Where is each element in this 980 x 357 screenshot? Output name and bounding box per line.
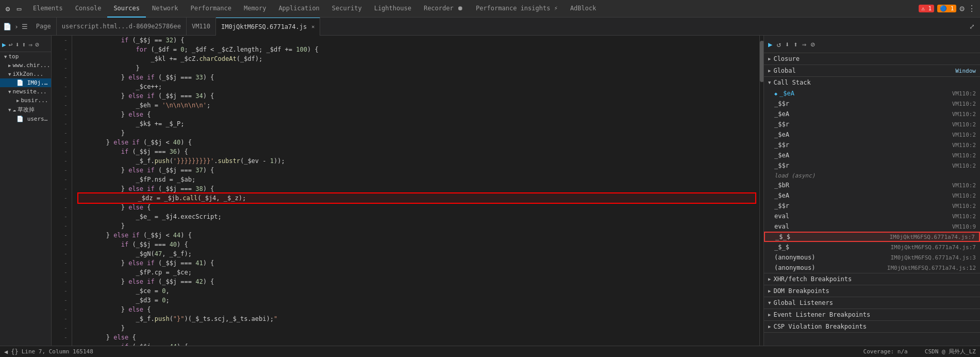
tab-lighthouse[interactable]: Lighthouse — [368, 0, 418, 18]
dock-icon[interactable]: ▭ — [14, 4, 24, 13]
closure-header[interactable]: ▶ Closure — [764, 53, 980, 64]
file-tab-im0j[interactable]: IM0jQktM6FSQ.6771a74.js ✕ — [216, 18, 320, 36]
code-line-28: _$ce = 0, — [76, 286, 755, 296]
debug-refresh-icon[interactable]: ↺ — [776, 40, 780, 48]
tree-item-newsite[interactable]: ▼ newsite... — [0, 87, 51, 96]
tab-application[interactable]: Application — [272, 0, 325, 18]
code-line-5: } else if (_$$j === 33) { — [76, 73, 755, 82]
tab-recorder[interactable]: Recorder ⏺ — [418, 0, 470, 18]
debug-stepover-icon[interactable]: ↩ — [9, 41, 13, 48]
toolbar-left-icons: ⚙ ▭ — [0, 4, 27, 13]
callstack-item-ssr-2[interactable]: _$$r VM110:2 — [764, 119, 980, 129]
callstack-item-seA-4[interactable]: _$eA VM110:2 — [764, 150, 980, 160]
tree-item-wwwchir[interactable]: ▶ www.chir... — [0, 61, 51, 70]
callstack-header[interactable]: ▼ Call Stack — [764, 77, 980, 88]
xhr-breakpoints-section: ▶ XHR/fetch Breakpoints — [764, 273, 980, 285]
callstack-item-anon-1[interactable]: (anonymous) IM0jQktM6FSQ.6771a74.js:3 — [764, 252, 980, 263]
main-tabs: Elements Console Sources Network Perform… — [27, 0, 915, 18]
tree-item-top[interactable]: ▼ top — [0, 52, 51, 61]
tab-security[interactable]: Security — [326, 0, 368, 18]
expand-icon[interactable]: ⤢ — [969, 23, 975, 30]
debug-stepout-icon[interactable]: ⬆ — [22, 41, 26, 48]
tab-memory[interactable]: Memory — [238, 0, 272, 18]
tab-sources[interactable]: Sources — [107, 0, 146, 18]
code-line-2: for (_$df = 0; _$df < _$cZ.length; _$df … — [76, 45, 755, 54]
devtools-icon[interactable]: ⚙ — [3, 4, 12, 13]
callstack-item-ssr-1[interactable]: _$$r VM110:2 — [764, 99, 980, 109]
chevron-right-icon[interactable]: › — [14, 23, 19, 30]
callstack-item-seA-5[interactable]: _$eA VM110:2 — [764, 190, 980, 201]
code-line-21: } — [76, 221, 755, 231]
csp-violation-header[interactable]: ▶ CSP Violation Breakpoints — [764, 321, 980, 332]
tab-performance-insights[interactable]: Performance insights ⚡ — [470, 0, 564, 18]
bottom-braces-icon[interactable]: {} — [11, 348, 18, 355]
debug-stepup-icon[interactable]: ⬆ — [793, 40, 798, 48]
callstack-item-ssr-4[interactable]: _$$r VM110:2 — [764, 160, 980, 171]
callstack-item-seA-3[interactable]: _$eA VM110:2 — [764, 129, 980, 140]
debug-deactivate-icon[interactable]: ⊘ — [35, 41, 39, 48]
event-listener-header[interactable]: ▶ Event Listener Breakpoints — [764, 309, 980, 320]
xhr-arrow-icon: ▶ — [768, 277, 771, 282]
global-header[interactable]: ▶ Global Window — [764, 65, 980, 76]
debug-stepinto-icon[interactable]: ⬇ — [15, 41, 20, 48]
callstack-name-ssr-5: _$$r — [774, 202, 952, 209]
branding-text: CSDN @ 局外人_LZ — [925, 348, 976, 355]
callstack-item-sbR[interactable]: _$bR VM110:2 — [764, 180, 980, 190]
dom-breakpoints-section: ▶ DOM Breakpoints — [764, 285, 980, 297]
file-tab-vm110[interactable]: VM110 — [187, 18, 216, 36]
debug-play-icon[interactable]: ▶ — [768, 40, 772, 48]
debug-stepdown-icon[interactable]: ⬇ — [785, 40, 789, 48]
global-listeners-arrow-icon: ▼ — [768, 300, 771, 305]
debug-forward-icon[interactable]: ⇒ — [802, 40, 806, 48]
bottom-left-icon[interactable]: ◀ — [4, 348, 8, 355]
settings-icon[interactable]: ⚙ — [959, 4, 965, 13]
code-line-19: } else { — [76, 203, 755, 212]
callstack-item-sss-2[interactable]: _$_$ IM0jQktM6FSQ.6771a74.js:7 — [764, 242, 980, 252]
callstack-item-sss-highlighted[interactable]: _$_$ IM0jQktM6FSQ.6771a74.js:7 — [764, 232, 980, 242]
tab-network[interactable]: Network — [146, 0, 185, 18]
tree-wwwchir-label: www.chir... — [12, 62, 50, 69]
callstack-item-ssr-3[interactable]: _$$r VM110:2 — [764, 140, 980, 150]
tab-performance[interactable]: Performance — [185, 0, 238, 18]
debug-deactivate-icon[interactable]: ⊘ — [810, 40, 815, 48]
callstack-name-eval-2: eval — [774, 223, 952, 230]
file-tab-userscript[interactable]: userscript.html...d-8609e25786ee — [57, 18, 187, 36]
tree-item-ixkzon[interactable]: ▼ iXkZon... — [0, 70, 51, 78]
callstack-item-eval-2[interactable]: eval VM110:9 — [764, 221, 980, 232]
callstack-item-seA-2[interactable]: _$eA VM110:2 — [764, 109, 980, 119]
tree-item-busir[interactable]: ▶ busir... — [0, 96, 51, 105]
tree-item-cloud[interactable]: ▼ ☁ 草改掉 — [0, 105, 51, 115]
bottom-bar: ◀ {} Line 7, Column 165148 Coverage: n/a… — [0, 346, 980, 357]
sidebar-toggle-icon[interactable]: ☰ — [22, 23, 28, 30]
callstack-loc-ssr-2: VM110:2 — [952, 121, 976, 128]
code-line-32: } — [76, 323, 755, 333]
tab-console[interactable]: Console — [69, 0, 108, 18]
file-tab-page[interactable]: Page — [31, 18, 57, 36]
callstack-loc-anon-2: IM0jQktM6FSQ.6771a74.js:12 — [887, 265, 976, 271]
dom-breakpoints-header[interactable]: ▶ DOM Breakpoints — [764, 285, 980, 297]
code-line-23: if (_$$j === 40) { — [76, 240, 755, 249]
tree-item-userscr[interactable]: 📄 userscr... — [0, 115, 51, 123]
vertical-scrollbar-track[interactable] — [759, 36, 763, 346]
tree-item-im0j[interactable]: 📄 IM0j... — [0, 78, 51, 87]
callstack-item-ssr-5[interactable]: _$$r VM110:2 — [764, 201, 980, 211]
xhr-breakpoints-header[interactable]: ▶ XHR/fetch Breakpoints — [764, 273, 980, 285]
code-editor[interactable]: if (_$$j == 32) { for (_$df = 0; _$df < … — [72, 36, 763, 346]
debug-nexttask-icon[interactable]: ⇒ — [28, 41, 32, 48]
callstack-item-eval-1[interactable]: eval VM110:2 — [764, 211, 980, 221]
callstack-item-seA-1[interactable]: ◆ _$eA VM110:2 — [764, 88, 980, 99]
code-line-12: } else if (_$$j < 40) { — [76, 138, 755, 147]
callstack-item-anon-2[interactable]: (anonymous) IM0jQktM6FSQ.6771a74.js:12 — [764, 263, 980, 273]
debug-resume-icon[interactable]: ▶ — [2, 41, 6, 48]
more-options-icon[interactable]: ⋮ — [968, 4, 976, 13]
tab-elements[interactable]: Elements — [27, 0, 69, 18]
tab-adblock[interactable]: AdBlock — [564, 0, 603, 18]
global-listeners-header[interactable]: ▼ Global Listeners — [764, 297, 980, 309]
closure-section: ▶ Closure — [764, 53, 980, 65]
page-navigator-icon[interactable]: 📄 — [3, 23, 11, 30]
code-line-1: if (_$$j == 32) { — [76, 36, 755, 45]
closure-arrow-icon: ▶ — [768, 56, 771, 61]
global-listeners-section: ▼ Global Listeners — [764, 297, 980, 309]
vertical-scrollbar-thumb[interactable] — [760, 41, 763, 82]
file-tab-im0j-close[interactable]: ✕ — [311, 24, 314, 29]
